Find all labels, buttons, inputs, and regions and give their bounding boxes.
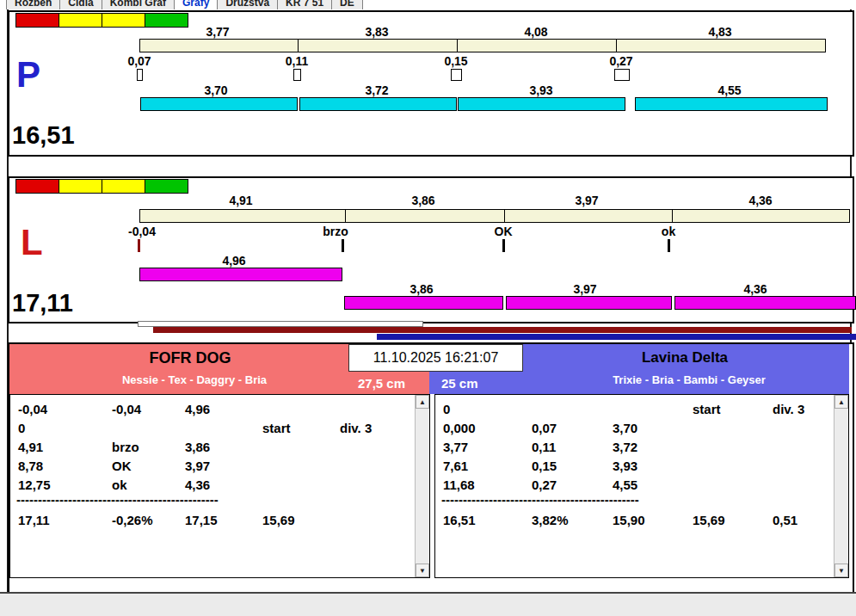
result-cell — [613, 400, 693, 419]
lane-l-change-status-label: OK — [465, 225, 542, 238]
team-left-jump-height: 27,5 cm — [358, 376, 405, 391]
tab-kombi-graf[interactable]: Kombi Graf — [102, 0, 175, 9]
tab-de[interactable]: DE — [331, 0, 363, 9]
lane-p-split-time-label: 3,83 — [338, 25, 416, 39]
lane-p-change-time-label: 0,27 — [582, 54, 660, 68]
result-cell — [693, 457, 773, 476]
team-right-dogs: Trixie - Bria - Bambi - Geyser — [487, 373, 856, 386]
scroll-down-button[interactable]: ▼ — [416, 564, 429, 577]
lane-l-split-time-label: 4,36 — [722, 194, 799, 207]
lane-l-progress-bar — [153, 327, 852, 333]
scroll-up-button[interactable]: ▲ — [834, 395, 848, 409]
lane-p-total-time: 16,51 — [12, 122, 75, 150]
result-cell — [340, 476, 414, 495]
lane-l-light-indicator — [15, 179, 188, 194]
segment-divider — [345, 210, 346, 222]
lane-l-dog-time-label: 4,96 — [195, 254, 273, 268]
result-row: 3,77 0,11 3,72 — [435, 438, 833, 457]
result-cell: 3,77 — [443, 438, 532, 457]
tab-grafy[interactable]: Grafy — [174, 0, 218, 9]
indicator-yellow-cell — [59, 179, 102, 194]
result-cell — [112, 419, 185, 438]
change-tick-mark — [342, 239, 344, 252]
left-results-rows: -0,04 -0,04 4,96 0 start div. 3 4,91 brz… — [10, 400, 414, 530]
lane-p-dog-bar — [458, 97, 625, 111]
change-marker-box — [137, 69, 143, 81]
lane-l-change-status-label: brzo — [297, 225, 374, 238]
result-row: 0,000 0,07 3,70 — [435, 419, 833, 438]
result-row: -0,04 -0,04 4,96 — [10, 400, 414, 419]
lane-l-letter: L — [21, 225, 43, 261]
result-cell: 0 — [443, 400, 532, 419]
lane-p-split-time-label: 4,83 — [681, 25, 759, 39]
scrollbar-track[interactable] — [416, 409, 429, 564]
scrollbar[interactable]: ▲ ▼ — [834, 395, 848, 577]
lane-l-dog-bar — [139, 268, 342, 281]
scrollbar-track[interactable] — [834, 409, 848, 564]
result-cell: 0,27 — [532, 476, 613, 495]
lane-p-dog-bar — [635, 97, 828, 111]
result-cell — [693, 419, 773, 438]
arrow-down-icon: ▼ — [838, 567, 845, 575]
results-panel: 11.10.2025 16:21:07 FOFR DOG Nessie - Te… — [8, 342, 854, 594]
totals-row: 16,51 3,82% 15,90 15,69 0,51 — [435, 511, 833, 530]
result-cell — [340, 511, 414, 530]
tab-cidla[interactable]: Čidla — [59, 0, 102, 9]
result-cell: div. 3 — [773, 400, 833, 419]
change-marker-box — [614, 69, 630, 81]
lane-l-dog-bar — [344, 296, 503, 310]
result-cell: -0,04 — [18, 400, 112, 419]
lane-p-dog-time-label: 3,72 — [338, 83, 416, 97]
lane-l-split-time-label: 3,97 — [548, 194, 625, 207]
result-cell: 0 — [18, 419, 112, 438]
result-cell — [773, 457, 833, 476]
result-cell — [262, 400, 340, 419]
separator-line: ----------------------------------------… — [10, 495, 414, 506]
result-cell: 3,86 — [185, 438, 262, 457]
lane-l-split-time-label: 3,86 — [385, 194, 462, 207]
lane-p-panel: 3,77 3,83 4,08 4,83 0,07 0,11 0,15 0,27 … — [8, 10, 854, 157]
tab-rozbeh[interactable]: Rozběh — [6, 0, 60, 9]
lane-l-change-status-label: ok — [630, 225, 707, 238]
indicator-red-cell — [15, 13, 59, 28]
result-cell: 0,07 — [532, 419, 613, 438]
team-right-name: Lavina Delta — [487, 349, 856, 367]
scroll-up-button[interactable]: ▲ — [416, 395, 429, 409]
datetime-box: 11.10.2025 16:21:07 — [348, 344, 523, 372]
lane-l-total-time: 17,11 — [12, 290, 73, 317]
result-cell — [262, 457, 340, 476]
result-cell: 3,97 — [185, 457, 262, 476]
segment-divider — [457, 40, 458, 52]
lane-p-dog-time-label: 4,55 — [691, 83, 768, 97]
result-row: 0 start div. 3 — [10, 419, 414, 438]
indicator-green-cell — [145, 179, 188, 194]
lane-p-dog-time-label: 3,93 — [502, 83, 580, 97]
result-cell: 4,36 — [185, 476, 262, 495]
tab-druzstva[interactable]: Družstva — [217, 0, 278, 9]
result-cell — [773, 476, 833, 495]
lane-l-dog-time-label: 3,86 — [383, 282, 460, 296]
indicator-yellow-cell — [59, 13, 102, 28]
scroll-down-button[interactable]: ▼ — [834, 564, 848, 577]
result-cell: 8,78 — [18, 457, 112, 476]
separator-line: ----------------------------------------… — [435, 495, 833, 506]
right-results-rows: 0 start div. 3 0,000 0,07 3,70 3,77 0,11 — [435, 400, 833, 530]
result-cell — [340, 457, 414, 476]
scrollbar[interactable]: ▲ ▼ — [415, 395, 429, 577]
result-cell — [185, 419, 262, 438]
result-cell: 3,93 — [613, 457, 693, 476]
result-cell — [773, 419, 833, 438]
indicator-yellow-cell — [102, 179, 145, 194]
lane-p-change-time-label: 0,11 — [258, 54, 336, 68]
result-cell: -0,26% — [112, 511, 185, 530]
result-cell: 4,91 — [18, 438, 112, 457]
lane-l-dog-bar — [674, 296, 856, 310]
lane-p-splits-bar — [139, 39, 826, 52]
result-cell — [693, 438, 773, 457]
result-cell: 3,72 — [613, 438, 693, 457]
lane-l-split-time-label: 4,91 — [202, 194, 280, 207]
result-cell: 3,82% — [532, 511, 613, 530]
result-cell — [340, 438, 414, 457]
tab-kr-7-51[interactable]: KR 7 51 — [277, 0, 332, 9]
result-cell: 7,61 — [443, 457, 532, 476]
